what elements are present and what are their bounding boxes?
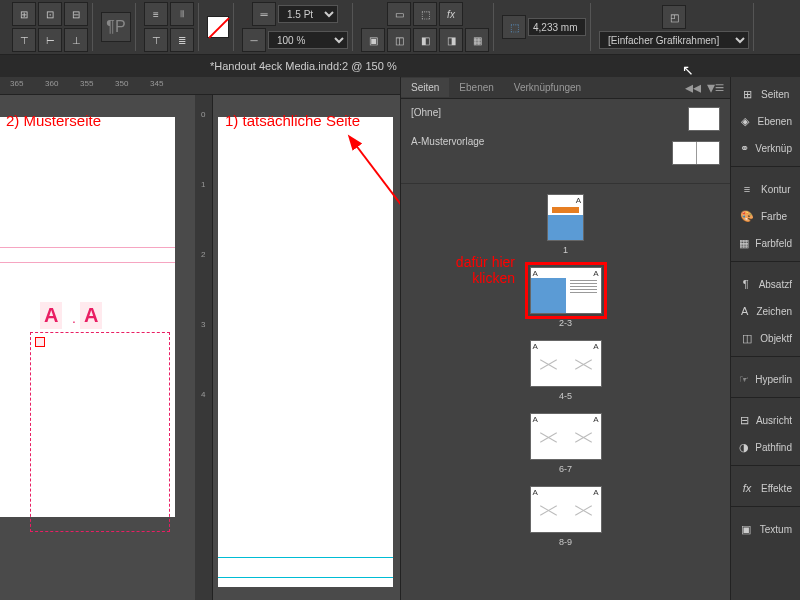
master-dot: · [72,313,76,329]
stroke-percent-select[interactable]: 100 % [268,31,348,49]
sidebar-effekte[interactable]: fxEffekte [731,475,800,502]
ruler-horizontal: 365 360 355 350 345 [0,77,400,95]
sidebar-farbe[interactable]: 🎨Farbe [731,203,800,230]
master-none-label[interactable]: [Ohne] [411,107,484,118]
object-icon: ◫ [739,331,754,345]
annotation-click-here: dafür hier klicken [456,254,515,286]
effects-icon: fx [739,481,755,495]
sidebar-pathfinder[interactable]: ◑Pathfind [731,434,800,461]
align-bottom-icon[interactable]: ⊥ [64,28,88,52]
fx-icon[interactable]: fx [439,2,463,26]
columns-icon[interactable]: ⦀ [170,2,194,26]
effects-icon[interactable]: ⬚ [413,2,437,26]
annotation-actual: 1) tatsächliche Seite [225,112,360,129]
tab-ebenen[interactable]: Ebenen [449,78,503,97]
top-toolbar: ⊞ ⊡ ⊟ ⊤ ⊢ ⊥ ¶P ≡ ⦀ ⊤ ≣ ═ 1.5 Pt ─ 100 % [0,0,800,55]
spread-8-9-label: 8-9 [559,537,572,547]
panel-menu-icon[interactable]: ▾≡ [707,78,724,97]
document-tab[interactable]: *Handout 4eck Media.indd:2 @ 150 % [200,57,407,75]
wrap-skip-icon[interactable]: ▦ [465,28,489,52]
align-icon: ⊟ [739,413,750,427]
text-frame-outline [30,332,170,532]
spread-4-5[interactable]: A A 4-5 [411,340,720,401]
sidebar-hyperlinks[interactable]: ☞Hyperlin [731,366,800,393]
tab-verknuepfungen[interactable]: Verknüpfungen [504,78,591,97]
wrap-shape-icon[interactable]: ◧ [413,28,437,52]
swatches-icon: ▦ [739,236,749,250]
align-middle-icon[interactable]: ⊢ [38,28,62,52]
canvas-area: 365 360 355 350 345 0 1 2 3 4 A · A [0,77,400,600]
pathfinder-icon: ◑ [739,440,749,454]
master-thumb-a[interactable] [672,141,720,165]
sidebar-objektformate[interactable]: ◫Objektf [731,325,800,352]
align-right-icon[interactable]: ⊟ [64,2,88,26]
master-thumb-none[interactable] [688,107,720,131]
wrap-bounding-icon[interactable]: ◫ [387,28,411,52]
panel-collapse-icon[interactable]: ◂◂ [685,78,701,97]
spread-6-7[interactable]: A A 6-7 [411,413,720,474]
wrap-jump-icon[interactable]: ◨ [439,28,463,52]
panel-tab-bar: Seiten Ebenen Verknüpfungen ◂◂ ▾≡ [401,77,730,99]
spread-4-5-label: 4-5 [559,391,572,401]
pages-panel: Seiten Ebenen Verknüpfungen ◂◂ ▾≡ [Ohne]… [400,77,730,600]
justify-icon[interactable]: ≣ [170,28,194,52]
spreads-section: dafür hier klicken A 1 A A [401,184,730,600]
sidebar-kontur[interactable]: ≡Kontur [731,176,800,203]
layers-icon: ◈ [739,114,752,128]
pages-icon: ⊞ [739,87,755,101]
vertical-align-icon[interactable]: ⊤ [144,28,168,52]
stroke-icon: ≡ [739,182,755,196]
sidebar-seiten[interactable]: ⊞Seiten [731,81,800,108]
stroke-weight-select[interactable]: 1.5 Pt [278,5,338,23]
align-left-icon[interactable]: ⊞ [12,2,36,26]
color-icon: 🎨 [739,209,755,223]
corner-options-icon[interactable]: ◰ [662,5,686,29]
cursor-icon: ↖ [682,62,694,78]
text-align-icon[interactable]: ≡ [144,2,168,26]
sidebar-verknuepfungen[interactable]: ⚭Verknüp [731,135,800,162]
sidebar-ausrichten[interactable]: ⊟Ausricht [731,407,800,434]
sidebar-absatzformate[interactable]: ¶Absatzf [731,271,800,298]
master-page-preview[interactable]: A · A [0,117,175,517]
character-icon: A [739,304,750,318]
wrap-none-icon[interactable]: ▣ [361,28,385,52]
actual-page-preview[interactable] [218,117,393,587]
spread-2-3-label: 2-3 [559,318,572,328]
paragraph-style-icon[interactable]: ¶P [101,12,131,42]
sidebar-farbfelder[interactable]: ▦Farbfeld [731,230,800,257]
master-a-marker-1: A [40,302,62,329]
tab-seiten[interactable]: Seiten [401,78,449,97]
align-top-icon[interactable]: ⊤ [12,28,36,52]
main-area: 365 360 355 350 345 0 1 2 3 4 A · A [0,77,800,600]
right-sidebar: ⊞Seiten ◈Ebenen ⚭Verknüp ≡Kontur 🎨Farbe … [730,77,800,600]
crop-icon[interactable]: ⬚ [502,15,526,39]
master-a-marker-2: A [80,302,102,329]
sidebar-textumfluss[interactable]: ▣Textum [731,516,800,543]
master-template-label[interactable]: A-Mustervorlage [411,136,484,147]
stroke-type-icon[interactable]: ─ [242,28,266,52]
rect-frame-icon[interactable]: ▭ [387,2,411,26]
master-section: [Ohne] A-Mustervorlage [401,99,730,184]
spread-1[interactable]: A 1 [411,194,720,255]
sidebar-ebenen[interactable]: ◈Ebenen [731,108,800,135]
measurement-input[interactable] [528,18,586,36]
align-center-icon[interactable]: ⊡ [38,2,62,26]
sidebar-zeichenformate[interactable]: AZeichen [731,298,800,325]
fill-swatch[interactable] [207,16,229,38]
textwrap-icon: ▣ [739,522,754,536]
stroke-style-icon[interactable]: ═ [252,2,276,26]
frame-type-select[interactable]: [Einfacher Grafikrahmen] [599,31,749,49]
ruler-vertical: 0 1 2 3 4 [195,95,213,600]
hyperlink-icon: ☞ [739,372,749,386]
document-tab-bar: *Handout 4eck Media.indd:2 @ 150 % [0,55,800,77]
links-icon: ⚭ [739,141,749,155]
spread-8-9[interactable]: A A 8-9 [411,486,720,547]
annotation-master: 2) Musterseite [6,112,101,129]
spread-6-7-label: 6-7 [559,464,572,474]
paragraph-icon: ¶ [739,277,753,291]
spread-1-label: 1 [563,245,568,255]
